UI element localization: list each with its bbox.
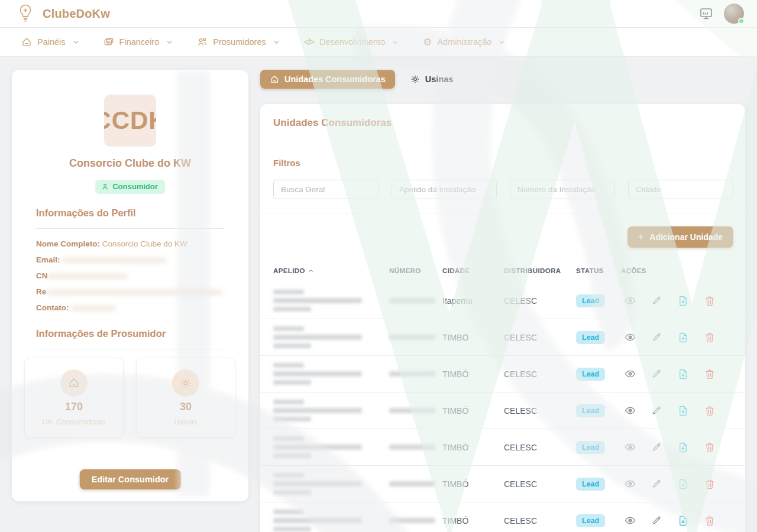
field-cnpj: CNxxxxxxxxxxxxxxxxxxxx: [36, 271, 231, 280]
nav-item-administracao[interactable]: ⚙ Administração: [423, 37, 506, 47]
trash-icon: [704, 442, 715, 453]
eye-icon: [625, 405, 636, 416]
view-button[interactable]: [625, 295, 636, 306]
export-button[interactable]: [678, 296, 688, 306]
sort-asc-icon: [308, 268, 314, 274]
edit-consumer-button[interactable]: Editar Consumidor: [80, 469, 181, 489]
nav-item-desenvolvimento[interactable]: </> Desenvolvimento: [304, 37, 399, 47]
redacted-text: [389, 298, 435, 303]
column-header-apelido[interactable]: APELIDO: [273, 267, 389, 274]
consumer-badge-label: Consumidor: [112, 182, 158, 191]
export-button[interactable]: [678, 369, 688, 379]
field-nome-completo: Nome Completo: Consorcio Clube do KW: [36, 239, 231, 248]
delete-button[interactable]: [704, 479, 715, 489]
cidade-cell: Itapema: [442, 296, 504, 306]
display-status-button[interactable]: [699, 7, 713, 21]
cidade-cell: TIMBÓ: [442, 333, 504, 342]
busca-geral-input[interactable]: [273, 180, 378, 199]
view-button[interactable]: [625, 405, 636, 416]
tab-usinas[interactable]: Usinas: [409, 70, 455, 89]
view-button[interactable]: [625, 478, 636, 489]
delete-button[interactable]: [704, 296, 715, 306]
redacted-text: [389, 335, 435, 340]
redacted-text: [389, 518, 435, 523]
edit-button[interactable]: [652, 369, 662, 379]
apelido-cell: [273, 290, 389, 312]
redacted-text: [273, 400, 389, 421]
export-button[interactable]: [678, 332, 688, 343]
pencil-icon: [652, 406, 662, 416]
edit-button[interactable]: [652, 515, 662, 525]
nav-item-financeiro[interactable]: Financeiro: [103, 37, 174, 47]
stat-label: Usinas: [174, 417, 198, 426]
nav-item-paineis[interactable]: Painéis: [21, 37, 80, 47]
acoes-cell: [621, 332, 732, 343]
delete-button[interactable]: [704, 442, 715, 453]
view-button[interactable]: [625, 442, 636, 453]
column-header-acoes: AÇÕES: [621, 267, 732, 274]
delete-button[interactable]: [704, 369, 715, 379]
status-badge: Lead: [576, 294, 605, 307]
sun-icon: [410, 74, 420, 84]
acoes-cell: [621, 368, 732, 379]
tab-unidades-consumidoras[interactable]: Unidades Consumidoras: [260, 70, 395, 89]
numero-cell: [389, 408, 442, 413]
brand-name: ClubeDoKw: [43, 7, 110, 21]
eye-icon: [625, 515, 636, 526]
export-button[interactable]: [678, 406, 688, 416]
status-cell: Lead: [576, 294, 621, 307]
trash-icon: [704, 515, 715, 526]
numero-instalacao-input[interactable]: [510, 180, 615, 199]
stat-card-consumidoras: 170 Un. Consumidoras: [24, 358, 124, 438]
edit-button[interactable]: [652, 406, 662, 416]
field-email: Email: xxxxxxxxxxxxxxxxxxxxxxxxxx: [36, 255, 231, 264]
column-header-status: STATUS: [576, 267, 621, 274]
redacted-text: [273, 290, 389, 312]
apelido-cell: [273, 400, 389, 421]
edit-button[interactable]: [652, 479, 662, 489]
add-unit-button[interactable]: + Adicionar Unidade: [627, 226, 733, 248]
user-avatar[interactable]: [724, 4, 744, 24]
chevron-down-icon: [392, 38, 399, 46]
view-button[interactable]: [625, 332, 636, 343]
stat-icon-circle: [60, 369, 88, 397]
edit-button[interactable]: [652, 332, 662, 342]
table-row: TIMBÓ CELESC Lead: [260, 502, 745, 532]
filters-row: [273, 180, 733, 199]
table-row: Itapema CELESC Lead: [260, 283, 745, 319]
export-button[interactable]: [678, 515, 688, 526]
trash-icon: [704, 369, 715, 379]
redacted-value: xxxxxxxxxxxxxxxxxxxx: [48, 271, 128, 280]
apelido-instalacao-input[interactable]: [392, 180, 497, 199]
nav-label: Administração: [437, 37, 491, 47]
redacted-text: [273, 363, 389, 385]
redacted-text: [389, 408, 435, 413]
export-button[interactable]: [678, 442, 688, 453]
view-button[interactable]: [625, 515, 636, 526]
home-icon: [21, 37, 32, 47]
export-button[interactable]: [678, 479, 688, 489]
nav-item-prosumidores[interactable]: Prosumidores: [197, 37, 280, 47]
file-download-icon: [678, 515, 688, 526]
status-badge: Lead: [576, 478, 605, 491]
edit-button[interactable]: [652, 296, 662, 306]
delete-button[interactable]: [704, 406, 715, 416]
view-button[interactable]: [625, 368, 636, 379]
add-unit-label: Adicionar Unidade: [649, 232, 723, 242]
company-avatar: CCDK: [104, 95, 156, 147]
top-header: ClubeDoKw: [0, 0, 757, 28]
brand[interactable]: ClubeDoKw: [0, 4, 110, 24]
profile-name: Consorcio Clube do KW: [12, 157, 248, 170]
redacted-text: [389, 445, 435, 450]
delete-button[interactable]: [704, 515, 715, 526]
consumer-badge: Consumidor: [95, 180, 165, 194]
status-badge: Lead: [576, 441, 605, 454]
delete-button[interactable]: [704, 332, 715, 343]
code-icon: </>: [304, 37, 314, 47]
cidade-input[interactable]: [628, 180, 733, 199]
pencil-icon: [652, 442, 662, 452]
chevron-down-icon: [498, 38, 506, 46]
acoes-cell: [621, 442, 732, 453]
view-tabs: Unidades Consumidoras Usinas: [260, 70, 454, 89]
edit-button[interactable]: [652, 442, 662, 452]
